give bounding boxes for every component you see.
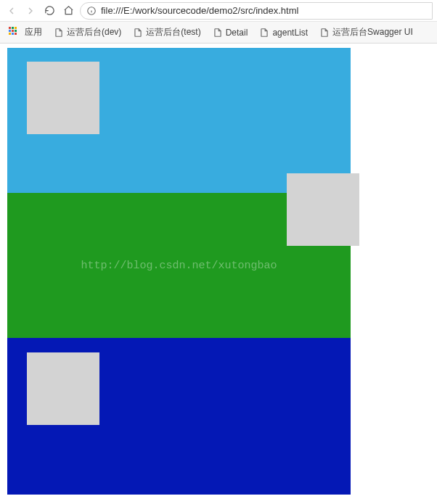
file-icon: [213, 28, 223, 38]
arrow-left-icon: [6, 5, 17, 17]
home-icon: [63, 5, 74, 16]
bookmark-item[interactable]: 运营后台Swagger UI: [315, 25, 417, 41]
gray-box-middle: [287, 173, 359, 246]
address-bar[interactable]: file:///E:/work/sourcecode/demo2/src/ind…: [80, 2, 433, 20]
bookmark-label: Detail: [226, 28, 248, 38]
arrow-right-icon: [25, 5, 36, 17]
apps-icon: [9, 27, 20, 38]
file-icon: [319, 28, 330, 38]
band-blue: [7, 338, 351, 495]
viewport: http://blog.csdn.net/xutongbao: [0, 44, 437, 504]
address-url: file:///E:/work/sourcecode/demo2/src/ind…: [101, 5, 298, 16]
bookmark-item[interactable]: agentList: [255, 25, 312, 41]
info-icon: [86, 6, 97, 16]
file-icon: [54, 28, 64, 38]
bookmark-item[interactable]: Detail: [208, 25, 253, 41]
bookmark-label: agentList: [272, 28, 308, 38]
apps-label: 应用: [25, 26, 42, 38]
reload-icon: [44, 5, 55, 16]
watermark-text: http://blog.csdn.net/xutongbao: [81, 260, 277, 272]
browser-toolbar: file:///E:/work/sourcecode/demo2/src/ind…: [0, 0, 437, 22]
bookmark-item[interactable]: 运营后台(test): [128, 25, 205, 41]
demo-page: http://blog.csdn.net/xutongbao: [7, 48, 351, 495]
gray-box-bottom: [27, 352, 99, 425]
band-sky: [7, 48, 351, 193]
forward-button[interactable]: [23, 4, 38, 18]
back-button[interactable]: [4, 4, 19, 18]
apps-shortcut[interactable]: 应用: [4, 25, 46, 41]
bookmarks-bar: 应用 运营后台(dev) 运营后台(test) Detail agentList…: [0, 22, 437, 44]
home-button[interactable]: [61, 4, 75, 18]
file-icon: [133, 28, 143, 38]
bookmark-item[interactable]: 运营后台(dev): [49, 25, 126, 41]
bookmark-label: 运营后台(test): [146, 26, 200, 38]
file-icon: [259, 28, 269, 38]
bookmark-label: 运营后台Swagger UI: [332, 26, 413, 38]
gray-box-top: [27, 62, 99, 134]
band-green: http://blog.csdn.net/xutongbao: [7, 193, 351, 338]
reload-button[interactable]: [42, 4, 57, 18]
bookmark-label: 运营后台(dev): [67, 26, 121, 38]
